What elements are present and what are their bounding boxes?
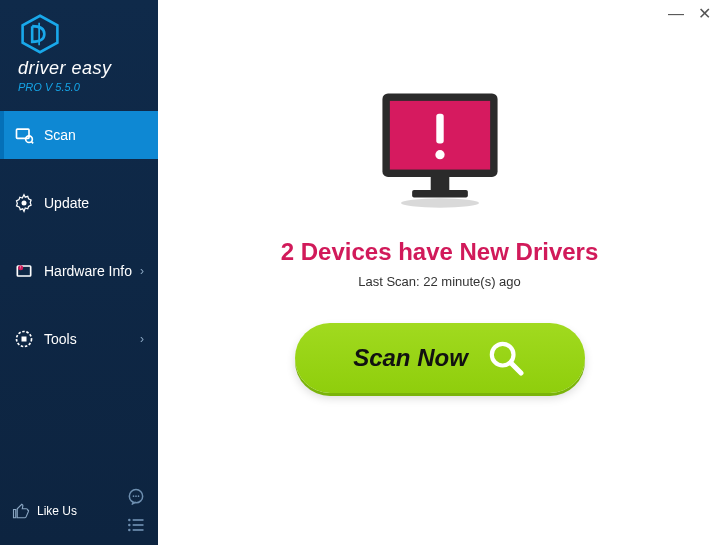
nav-item-scan[interactable]: Scan <box>0 111 158 159</box>
svg-rect-26 <box>436 114 443 144</box>
nav-label-tools: Tools <box>44 331 140 347</box>
magnifier-icon <box>486 338 526 378</box>
svg-point-25 <box>401 198 479 207</box>
svg-point-5 <box>22 201 27 206</box>
brand-name: driver easy <box>18 58 148 79</box>
scan-icon <box>14 125 34 145</box>
svg-rect-23 <box>430 177 449 190</box>
svg-rect-24 <box>412 190 468 197</box>
svg-point-15 <box>128 519 131 522</box>
logo-icon <box>18 14 62 54</box>
monitor-alert-icon <box>365 86 515 216</box>
sidebar-bottom: Like Us <box>0 479 158 545</box>
window-controls: — ✕ <box>668 6 711 22</box>
svg-text:!: ! <box>20 265 21 270</box>
nav-label-hardware: Hardware Info <box>44 263 140 279</box>
svg-point-27 <box>435 150 444 159</box>
svg-point-12 <box>133 495 135 497</box>
nav-item-hardware[interactable]: ! Hardware Info › <box>0 247 158 295</box>
hardware-icon: ! <box>14 261 34 281</box>
gear-icon <box>14 193 34 213</box>
svg-point-17 <box>128 524 131 527</box>
chevron-right-icon: › <box>140 264 144 278</box>
nav-item-update[interactable]: Update <box>0 179 158 227</box>
nav-label-scan: Scan <box>44 127 144 143</box>
app-window: driver easy PRO V 5.5.0 Scan Update <box>0 0 721 545</box>
thumbs-up-icon <box>12 502 30 520</box>
status-title: 2 Devices have New Drivers <box>281 238 599 266</box>
scan-now-label: Scan Now <box>353 344 468 372</box>
tools-icon <box>14 329 34 349</box>
like-us-label: Like Us <box>37 504 77 518</box>
status-subtitle: Last Scan: 22 minute(s) ago <box>358 274 521 289</box>
svg-line-4 <box>32 142 34 144</box>
status-graphic: 2 Devices have New Drivers Last Scan: 22… <box>281 86 599 393</box>
like-us-button[interactable]: Like Us <box>12 502 77 520</box>
svg-line-29 <box>511 363 521 373</box>
feedback-icon[interactable] <box>126 487 146 507</box>
minimize-button[interactable]: — <box>668 6 684 22</box>
scan-now-button[interactable]: Scan Now <box>295 323 585 393</box>
svg-point-13 <box>135 495 137 497</box>
sidebar: driver easy PRO V 5.5.0 Scan Update <box>0 0 158 545</box>
brand-block: driver easy PRO V 5.5.0 <box>0 0 158 101</box>
brand-version: PRO V 5.5.0 <box>18 81 148 93</box>
main-panel: — ✕ 2 Devices have New Drivers Last Scan… <box>158 0 721 545</box>
bottom-icons <box>126 487 146 535</box>
svg-point-19 <box>128 529 131 532</box>
svg-rect-10 <box>22 337 27 342</box>
svg-point-14 <box>138 495 140 497</box>
nav: Scan Update ! Hardware Info › <box>0 111 158 479</box>
close-button[interactable]: ✕ <box>698 6 711 22</box>
menu-list-icon[interactable] <box>126 515 146 535</box>
chevron-right-icon: › <box>140 332 144 346</box>
nav-item-tools[interactable]: Tools › <box>0 315 158 363</box>
nav-label-update: Update <box>44 195 144 211</box>
